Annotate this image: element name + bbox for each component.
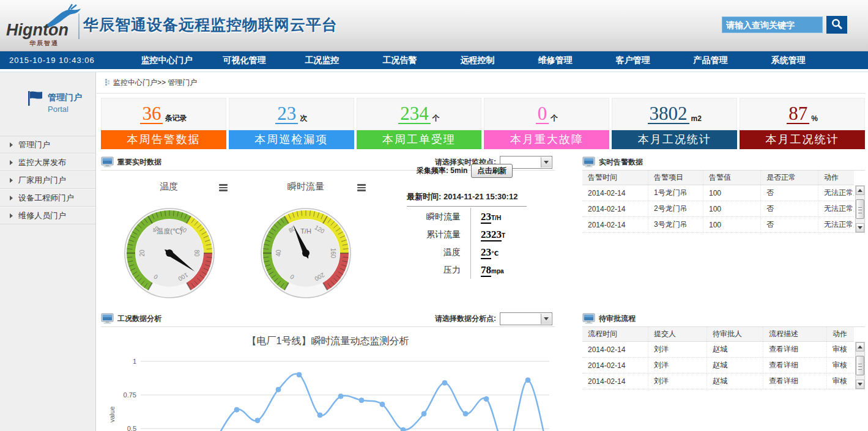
search-icon bbox=[831, 18, 843, 30]
nav-item-客户管理[interactable]: 客户管理 bbox=[594, 55, 672, 66]
column-header: 告警值 bbox=[703, 171, 761, 185]
stat-card: 3802m2本月工况统计 bbox=[612, 98, 737, 149]
logo-text: Hignton bbox=[6, 21, 69, 40]
analysis-panel-title: 工况数据分析 bbox=[117, 314, 161, 324]
svg-text:0.5: 0.5 bbox=[127, 425, 136, 431]
table-scrollbar[interactable] bbox=[855, 342, 865, 389]
reading-number: 2323 bbox=[481, 229, 502, 241]
sidebar-item-维修人员门户[interactable]: 维修人员门户 bbox=[0, 207, 95, 224]
scrollbar-thumb[interactable] bbox=[856, 199, 864, 219]
analysis-point-select-arrow[interactable] bbox=[541, 314, 551, 324]
table-cell: 2014-02-14 bbox=[582, 374, 648, 389]
svg-text:T/H: T/H bbox=[300, 227, 311, 235]
stat-banner[interactable]: 本周工单受理 bbox=[357, 130, 482, 149]
nav-item-系统管理[interactable]: 系统管理 bbox=[749, 55, 827, 66]
sidebar-menu: 管理门户监控大屏发布厂家用户门户设备工程师门户维修人员门户 bbox=[0, 136, 95, 224]
app-root: Hignton 华辰智通 华辰智通设备远程监控物联网云平台 2015-10-19… bbox=[0, 0, 868, 431]
column-header: 动作 bbox=[818, 171, 854, 185]
stat-value: 0 bbox=[536, 105, 549, 124]
svg-text:value: value bbox=[108, 407, 116, 422]
sidebar-item-设备工程师门户[interactable]: 设备工程师门户 bbox=[0, 189, 95, 207]
svg-text:80: 80 bbox=[193, 249, 200, 257]
table-cell: 无法正常启动 bbox=[818, 217, 854, 232]
gauge-menu-icon[interactable] bbox=[357, 184, 366, 191]
svg-text:20: 20 bbox=[139, 249, 146, 257]
table-row: 2014-02-143号龙门吊100否无法正常启动 bbox=[582, 217, 854, 233]
reading-value: 23T/H bbox=[470, 208, 550, 226]
table-cell: 刘洋 bbox=[648, 358, 707, 373]
header-divider bbox=[78, 13, 80, 39]
reading-label: 温度 bbox=[407, 243, 470, 261]
breadcrumb-icon bbox=[105, 79, 109, 86]
table-row: 2014-02-14刘洋赵城查看详细审核 bbox=[582, 342, 854, 358]
stat-unit: m2 bbox=[691, 114, 702, 123]
scrollbar-track[interactable] bbox=[856, 195, 864, 223]
stat-value: 3802 bbox=[648, 105, 689, 124]
sidebar-item-监控大屏发布[interactable]: 监控大屏发布 bbox=[0, 153, 95, 171]
table-cell: 100 bbox=[703, 201, 761, 216]
scroll-down-icon[interactable] bbox=[856, 380, 864, 389]
nav-item-监控中心门户[interactable]: 监控中心门户 bbox=[128, 55, 206, 66]
stat-banner[interactable]: 本月重大故障 bbox=[484, 130, 609, 149]
scrollbar-thumb[interactable] bbox=[856, 356, 864, 375]
reading-unit: T bbox=[502, 232, 505, 239]
alarm-panel-header: 实时告警数据 bbox=[582, 154, 865, 171]
sidebar-item-label: 维修人员门户 bbox=[18, 211, 66, 220]
stat-card: 234个本周工单受理 bbox=[357, 98, 482, 149]
reading-label: 累计流量 bbox=[407, 226, 470, 243]
breadcrumb: 监控中心门户>> 管理门户 bbox=[105, 78, 197, 88]
analysis-point-select-label: 请选择数据分析点: bbox=[435, 314, 496, 324]
nav-item-工况告警[interactable]: 工况告警 bbox=[361, 55, 439, 66]
nav-item-产品管理[interactable]: 产品管理 bbox=[672, 55, 749, 66]
realtime-panel-title: 重要实时数据 bbox=[117, 157, 161, 168]
scroll-down-icon[interactable] bbox=[856, 223, 864, 232]
scrollbar-track[interactable] bbox=[856, 352, 864, 380]
table-body: 2014-02-141号龙门吊100否无法正常启动2014-02-142号龙门吊… bbox=[582, 185, 854, 233]
table-scrollbar[interactable] bbox=[855, 185, 865, 233]
sidebar-item-厂家用户门户[interactable]: 厂家用户门户 bbox=[0, 171, 95, 189]
sidebar-item-label: 设备工程师门户 bbox=[18, 193, 74, 202]
search-button[interactable] bbox=[826, 16, 847, 34]
table-header-row: 流程时间提交人待审批人流程描述动作 bbox=[582, 327, 854, 342]
table-cell[interactable]: 审核 bbox=[827, 342, 854, 357]
reading-number: 23 bbox=[481, 246, 491, 259]
scroll-up-icon[interactable] bbox=[856, 342, 864, 352]
svg-text:40: 40 bbox=[275, 249, 282, 257]
table-cell[interactable]: 查看详细 bbox=[763, 374, 827, 389]
gauge-menu-icon[interactable] bbox=[219, 184, 228, 191]
nav-item-远程控制[interactable]: 远程控制 bbox=[439, 55, 516, 66]
stat-banner[interactable]: 本月工况统计 bbox=[612, 130, 737, 149]
refresh-button[interactable]: 点击刷新 bbox=[471, 164, 513, 178]
table-cell[interactable]: 审核 bbox=[827, 374, 854, 389]
table-cell[interactable]: 审核 bbox=[827, 358, 854, 373]
analysis-point-select[interactable] bbox=[500, 312, 552, 325]
scroll-up-icon[interactable] bbox=[856, 186, 864, 195]
logo[interactable]: Hignton 华辰智通 bbox=[6, 5, 78, 48]
table-cell[interactable]: 查看详细 bbox=[763, 358, 827, 373]
nav-item-工况监控[interactable]: 工况监控 bbox=[283, 55, 361, 66]
table-cell[interactable]: 查看详细 bbox=[763, 342, 827, 357]
search-input[interactable] bbox=[722, 17, 823, 33]
realtime-data-panel: 重要实时数据 请选择实时监控点: 温度 瞬时流量 020406080100温度(… bbox=[101, 154, 555, 309]
gauge-title-temperature: 温度 bbox=[160, 181, 178, 193]
stat-number-area: 36条记录 bbox=[101, 98, 226, 130]
portal-header: 管理门户 Portal bbox=[0, 72, 95, 133]
table-cell: 赵城 bbox=[707, 342, 763, 357]
nav-item-维修管理[interactable]: 维修管理 bbox=[516, 55, 594, 66]
sidebar-item-arrow-icon bbox=[10, 196, 13, 201]
sidebar-item-管理门户[interactable]: 管理门户 bbox=[0, 136, 95, 153]
nav-item-可视化管理[interactable]: 可视化管理 bbox=[206, 55, 283, 66]
stat-card: 23次本周巡检漏项 bbox=[229, 98, 354, 149]
column-header: 是否正常 bbox=[761, 171, 818, 185]
table-cell: 赵城 bbox=[707, 374, 763, 389]
stat-banner[interactable]: 本周巡检漏项 bbox=[229, 130, 354, 149]
table-row: 2014-02-14刘洋赵城查看详细审核 bbox=[582, 374, 854, 389]
column-header: 提交人 bbox=[648, 327, 707, 341]
reading-number: 78 bbox=[481, 264, 491, 277]
table-cell: 无法正常启动 bbox=[818, 185, 854, 201]
reading-value: 78mpa bbox=[470, 261, 550, 279]
approval-table: 流程时间提交人待审批人流程描述动作2014-02-14刘洋赵城查看详细审核201… bbox=[582, 327, 865, 389]
stat-banner[interactable]: 本月工况统计 bbox=[740, 130, 865, 149]
stat-banner[interactable]: 本周告警数据 bbox=[101, 130, 226, 149]
table-cell: 赵城 bbox=[707, 358, 763, 373]
